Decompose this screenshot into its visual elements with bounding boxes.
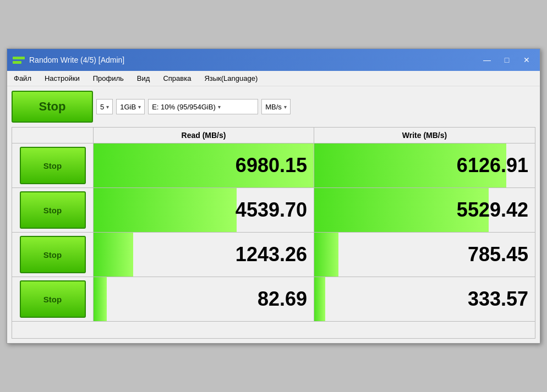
read-value-3: 1243.26: [236, 243, 307, 266]
maximize-button[interactable]: □: [499, 54, 515, 66]
write-bar-3: [314, 233, 338, 277]
stop-button-4[interactable]: Stop: [20, 280, 86, 318]
read-value-1: 6980.15: [236, 154, 307, 177]
read-cell-2: 4539.70: [94, 188, 314, 232]
empty-row: [12, 322, 535, 338]
read-cell-4: 82.69: [94, 277, 314, 321]
write-value-1: 6126.91: [457, 154, 528, 177]
stop-button-1[interactable]: Stop: [20, 147, 86, 184]
size-dropdown[interactable]: 1GiB ▾: [116, 99, 145, 114]
write-cell-4: 333.57: [314, 277, 535, 321]
write-value-4: 333.57: [468, 288, 528, 311]
write-bar-4: [314, 277, 325, 321]
results-table: Read (MB/s) Write (MB/s) Stop 6980.15 61…: [12, 127, 535, 339]
menu-file[interactable]: Файл: [12, 73, 34, 84]
unit-value: MB/s: [265, 103, 282, 111]
read-bar-4: [94, 277, 107, 321]
table-header: Read (MB/s) Write (MB/s): [12, 128, 535, 143]
write-cell-3: 785.45: [314, 233, 535, 277]
stop-cell-1: Stop: [12, 143, 94, 187]
toolbar: Stop 5 ▾ 1GiB ▾ E: 10% (95/954GiB) ▾ MB/…: [12, 91, 535, 123]
size-value: 1GiB: [120, 103, 136, 111]
menu-help[interactable]: Справка: [161, 73, 193, 84]
read-cell-1: 6980.15: [94, 143, 314, 187]
window-title: Random Write (4/5) [Admin]: [29, 56, 124, 64]
minimize-button[interactable]: —: [479, 54, 495, 66]
read-bar-2: [94, 188, 237, 232]
title-bar-left: Random Write (4/5) [Admin]: [13, 54, 124, 66]
title-bar: Random Write (4/5) [Admin] — □ ✕: [7, 49, 540, 71]
stop-cell-2: Stop: [12, 188, 94, 232]
menu-language[interactable]: Язык(Language): [202, 73, 260, 84]
header-col1: [12, 128, 94, 143]
read-value-2: 4539.70: [236, 198, 307, 222]
write-cell-2: 5529.42: [314, 188, 535, 232]
read-cell-3: 1243.26: [94, 233, 314, 277]
size-dropdown-arrow: ▾: [138, 104, 141, 110]
main-window: Random Write (4/5) [Admin] — □ ✕ Файл На…: [7, 48, 540, 344]
app-icon: [13, 54, 25, 66]
table-row: Stop 1243.26 785.45: [12, 233, 535, 277]
menu-view[interactable]: Вид: [135, 73, 152, 84]
write-value-3: 785.45: [468, 243, 528, 266]
menu-settings[interactable]: Настройки: [42, 73, 82, 84]
write-cell-1: 6126.91: [314, 143, 535, 187]
drive-dropdown[interactable]: E: 10% (95/954GiB) ▾: [148, 99, 258, 114]
content-area: Stop 5 ▾ 1GiB ▾ E: 10% (95/954GiB) ▾ MB/…: [7, 86, 540, 343]
unit-dropdown[interactable]: MB/s ▾: [261, 99, 291, 114]
write-value-2: 5529.42: [457, 198, 528, 222]
read-value-4: 82.69: [258, 288, 307, 311]
count-value: 5: [100, 103, 104, 111]
header-write: Write (MB/s): [314, 128, 535, 143]
table-row: Stop 6980.15 6126.91: [12, 143, 535, 188]
drive-value: E: 10% (95/954GiB): [152, 103, 216, 111]
window-controls: — □ ✕: [479, 54, 534, 66]
stop-cell-4: Stop: [12, 277, 94, 321]
count-dropdown[interactable]: 5 ▾: [96, 99, 113, 114]
stop-button-2[interactable]: Stop: [20, 191, 86, 229]
unit-dropdown-arrow: ▾: [284, 104, 287, 110]
close-button[interactable]: ✕: [519, 54, 534, 66]
main-stop-button[interactable]: Stop: [12, 91, 93, 123]
menu-bar: Файл Настройки Профиль Вид Справка Язык(…: [7, 71, 540, 86]
table-row: Stop 82.69 333.57: [12, 277, 535, 322]
count-dropdown-arrow: ▾: [106, 104, 109, 110]
drive-dropdown-arrow: ▾: [218, 104, 221, 110]
stop-button-3[interactable]: Stop: [20, 236, 86, 273]
menu-profile[interactable]: Профиль: [91, 73, 126, 84]
table-row: Stop 4539.70 5529.42: [12, 188, 535, 233]
stop-cell-3: Stop: [12, 233, 94, 277]
header-read: Read (MB/s): [94, 128, 314, 143]
read-bar-3: [94, 233, 133, 277]
